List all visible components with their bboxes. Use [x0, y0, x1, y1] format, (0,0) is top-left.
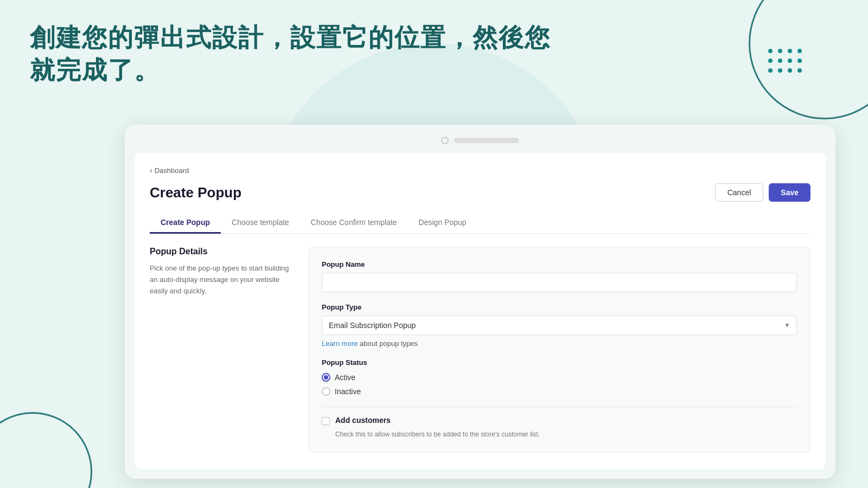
learn-more-link[interactable]: Learn more — [322, 339, 358, 348]
tab-choose-template[interactable]: Choose template — [221, 213, 300, 234]
content-area: Popup Details Pick one of the pop-up typ… — [150, 247, 810, 453]
radio-active-label: Active — [335, 373, 355, 382]
add-customers-desc: Check this to allow subscribers to be ad… — [335, 429, 797, 439]
tablet-circle — [441, 137, 449, 144]
radio-inactive-circle — [322, 387, 330, 396]
save-button[interactable]: Save — [769, 183, 810, 202]
popup-details-desc: Pick one of the pop-up types to start bu… — [150, 263, 291, 297]
add-customers-checkbox-row: Add customers — [322, 416, 797, 425]
popup-type-select-wrapper: Email Subscription Popup Exit Intent Pop… — [322, 316, 797, 335]
popup-status-label: Popup Status — [322, 358, 797, 367]
back-nav[interactable]: ‹ Dashboard — [150, 166, 810, 175]
popup-status-field-group: Popup Status Active Inactive — [322, 358, 797, 396]
hero-text: 創建您的彈出式設計，設置它的位置，然後您 就完成了。 — [30, 22, 551, 87]
tablet-mock: ‹ Dashboard Create Popup Cancel Save Cre… — [125, 125, 835, 479]
radio-inactive-label: Inactive — [335, 387, 361, 396]
inner-panel: ‹ Dashboard Create Popup Cancel Save Cre… — [135, 153, 826, 469]
back-nav-label: Dashboard — [155, 166, 189, 175]
popup-status-radio-group: Active Inactive — [322, 373, 797, 396]
add-customers-label: Add customers — [335, 416, 391, 425]
bg-circle-bottom-left — [0, 412, 92, 488]
header-row: Create Popup Cancel Save — [150, 183, 810, 202]
tablet-address-bar — [454, 138, 519, 143]
add-customers-section: Add customers Check this to allow subscr… — [322, 407, 797, 439]
tab-design-popup[interactable]: Design Popup — [408, 213, 477, 234]
left-panel: Popup Details Pick one of the pop-up typ… — [150, 247, 291, 453]
tab-create-popup[interactable]: Create Popup — [150, 213, 221, 234]
chevron-left-icon: ‹ — [150, 166, 152, 175]
popup-name-input[interactable] — [322, 273, 797, 292]
page-title: Create Popup — [150, 184, 241, 201]
tab-choose-confirm-template[interactable]: Choose Confirm template — [300, 213, 408, 234]
popup-type-field-group: Popup Type Email Subscription Popup Exit… — [322, 303, 797, 348]
popup-type-select[interactable]: Email Subscription Popup Exit Intent Pop… — [322, 316, 797, 335]
popup-type-label: Popup Type — [322, 303, 797, 311]
tabs-row: Create Popup Choose template Choose Conf… — [150, 213, 810, 234]
right-panel: Popup Name Popup Type Email Subscription… — [308, 247, 810, 453]
add-customers-checkbox[interactable] — [322, 417, 330, 425]
radio-inactive[interactable]: Inactive — [322, 387, 797, 396]
cancel-button[interactable]: Cancel — [715, 183, 764, 202]
radio-active[interactable]: Active — [322, 373, 797, 382]
learn-more-text: Learn more about popup types — [322, 339, 797, 348]
radio-active-circle — [322, 373, 330, 382]
popup-name-label: Popup Name — [322, 260, 797, 268]
tablet-top-bar — [135, 137, 826, 144]
popup-details-title: Popup Details — [150, 247, 291, 256]
bg-circle-top-right — [749, 0, 868, 119]
popup-name-field-group: Popup Name — [322, 260, 797, 292]
header-actions: Cancel Save — [715, 183, 810, 202]
dot-grid-decoration — [768, 49, 803, 74]
main-card-wrapper: ‹ Dashboard Create Popup Cancel Save Cre… — [125, 125, 835, 479]
